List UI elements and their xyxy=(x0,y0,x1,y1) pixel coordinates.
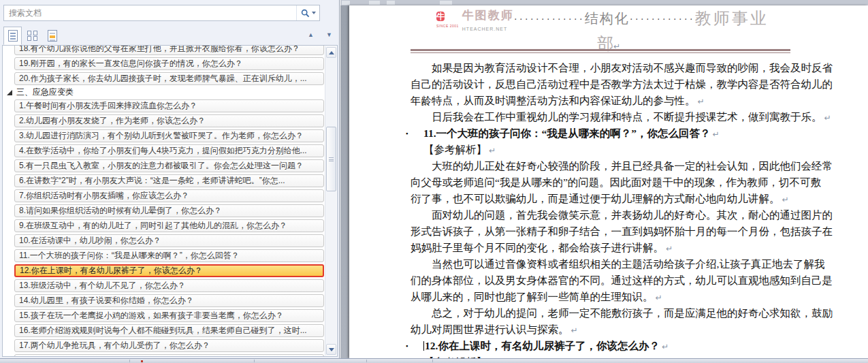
up-arrow-icon xyxy=(329,48,334,54)
nav-item[interactable]: 7.你组织活动时有小朋友插嘴，你应该怎么办？ xyxy=(14,189,324,202)
navigation-pane: 搜索文档 xyxy=(0,0,340,358)
search-input[interactable]: 搜索文档 xyxy=(3,5,320,21)
nav-item[interactable]: 9.在班级互动中，有的幼儿吐了，同时引起了其他幼儿的混乱，你怎么办？ xyxy=(14,219,324,232)
paragraph-mark: ↵ xyxy=(711,129,720,139)
document-text-line: 日后我会在工作中重视幼儿的学习规律和特点，不断提升授课艺术，做到寓教于乐。 ↵ xyxy=(411,109,834,125)
line-text: 形式告诉孩子，从第一张精子和卵子结合，一直到妈妈怀胎十月的每一个月份，包括孩子在 xyxy=(411,225,833,237)
brand-block: 牛图教师 HTEACHER.NET xyxy=(462,10,514,33)
scroll-up-button[interactable] xyxy=(326,47,336,58)
scroll-down-button[interactable] xyxy=(326,344,336,355)
nav-item[interactable]: 1.午餐时间有小朋友洗手回来摔跤流血你怎么办？ xyxy=(14,99,324,112)
nav-item[interactable]: 18.有个幼儿跟你说他的父母在家里打他，并且掀开衣服给你看，你该怎么办？ xyxy=(14,45,324,55)
paragraph-mark: ↵ xyxy=(780,195,789,204)
line-text: 总之，对于幼儿的提问，老师一定不能敷衍孩子，而是应满足他的好奇心求知欲，鼓励 xyxy=(432,307,833,319)
tab-browse-pages[interactable] xyxy=(23,27,42,45)
scroll-thumb[interactable] xyxy=(326,127,336,191)
header-title-center: 结构化 xyxy=(585,10,630,27)
nav-item[interactable]: 10.在活动课中，幼儿吵闹，你怎么办？ xyxy=(14,234,324,247)
line-text: 如果是因为教育活动设计不合理，小朋友对活动不感兴趣而导致的吵闹，我会及时反省 xyxy=(432,62,833,74)
document-body-text[interactable]: 如果是因为教育活动设计不合理，小朋友对活动不感兴趣而导致的吵闹，我会及时反省自己… xyxy=(411,60,834,358)
document-text-line: 形式告诉孩子，从第一张精子和卵子结合，一直到妈妈怀胎十月的每一个月份，包括孩子在 xyxy=(411,223,834,240)
document-text-line: 大班的幼儿正处在好奇心较强的阶段，并且已经具备一定的社会认知，因此他们会经常 xyxy=(411,158,834,174)
document-text-line: 衍了事，也不可以欺骗幼儿，而是通过便于幼儿理解的方式耐心地向幼儿讲解。 ↵ xyxy=(411,191,834,207)
next-heading-button[interactable]: ▼ xyxy=(326,31,332,38)
nav-heading-label: 三、应急应变类 xyxy=(16,87,74,97)
line-text: 们的身体部位，以及男女身体器官的不同。通过这样的方式，幼儿可以直观地感知到自己是 xyxy=(411,274,833,286)
list-bullet-icon: ▪ xyxy=(406,338,408,354)
status-separator xyxy=(432,360,433,362)
nav-item[interactable]: 2.幼儿园有小朋友发烧了，作为老师，你该怎么办？ xyxy=(14,114,324,127)
paragraph-mark: ↵ xyxy=(569,326,578,335)
document-page[interactable]: 牛 SINCE 2001 牛图教师 HTEACHER.NET ·········… xyxy=(349,5,868,358)
line-text: 向父母或老师追问“我是从哪来的”的问题。因此面对题干中的现象，作为教师，切不可敷 xyxy=(411,176,821,188)
nav-item[interactable]: 15.孩子在玩一个老鹰捉小鸡的游戏，如果有孩子非要当老鹰，你怎么办？ xyxy=(14,309,324,322)
nav-item[interactable]: 20.作为孩子家长，你去幼儿园接孩子时，发现老师脾气暴躁、正在训斥幼儿，... xyxy=(14,72,324,85)
status-separator xyxy=(129,360,130,362)
line-text: 日后我会在工作中重视幼儿的学习规律和特点，不断提升授课艺术，做到寓教于乐。 xyxy=(432,111,822,123)
nav-item[interactable]: 4.在数学活动中，你给了小朋友们每人4块巧克力，提问假如把巧克力分别给他... xyxy=(14,144,324,157)
status-bar xyxy=(0,358,868,363)
expanded-triangle-icon[interactable] xyxy=(7,90,12,95)
document-heading-line: ▪12.你在上课时，有名幼儿尿裤子了，你该怎么办？ ↵ xyxy=(411,338,834,354)
browse-results-icon xyxy=(48,30,57,42)
nav-item[interactable]: 13.班级活动中，有个幼儿不见了，你怎么办？ xyxy=(14,279,324,292)
nav-item[interactable]: 14.幼儿园里，有孩子说要和你结婚，你怎么办？ xyxy=(14,294,324,307)
line-text: 当然也可以通过音像资料或者组织相关的主题活动给孩子介绍,让孩子真正地去了解我 xyxy=(432,258,824,270)
nav-item[interactable]: 18.课堂上，你给幼儿布置了画画的作业，但是发现有的幼儿不画，并说对画画... xyxy=(14,354,324,357)
nav-outline-heading[interactable]: 三、应急应变类 xyxy=(7,87,324,97)
nav-scrollbar[interactable] xyxy=(325,46,336,356)
hteacher-logo: 牛 SINCE 2001 xyxy=(436,10,459,28)
line-text: 【参考解析】 xyxy=(423,144,487,155)
word-window: 搜索文档 xyxy=(0,0,868,363)
document-text-line: 当然也可以通过音像资料或者组织相关的主题活动给孩子介绍,让孩子真正地去了解我 xyxy=(411,256,834,272)
document-text-line: 从哪儿来的，同时也能了解到一些简单的生理知识。 ↵ xyxy=(411,289,834,305)
page-header: 牛 SINCE 2001 牛图教师 HTEACHER.NET ·········… xyxy=(436,10,769,33)
nav-item[interactable]: 17.两个幼儿争抢玩具，有个幼儿受伤了，你怎么办？ xyxy=(14,339,324,352)
paragraph-mark: ↵ xyxy=(660,342,669,351)
magnifier-icon[interactable] xyxy=(301,9,310,18)
nav-outline-items: 18.有个幼儿跟你说他的父母在家里打他，并且掀开衣服给你看，你该怎么办？19.刚… xyxy=(3,45,325,357)
caret-down-icon[interactable] xyxy=(312,12,316,14)
document-area: 牛 SINCE 2001 牛图教师 HTEACHER.NET ·········… xyxy=(340,0,868,358)
document-text-line: 如果是因为教育活动设计不合理，小朋友对活动不感兴趣而导致的吵闹，我会及时反省 xyxy=(411,60,834,76)
paragraph-mark: ↵ xyxy=(822,113,831,123)
nav-item[interactable]: 3.幼儿园进行消防演习，有个别幼儿听到火警被吓哭了。作为老师，你怎么办？ xyxy=(14,129,324,142)
document-text-line: 年龄特点，从而及时调整活动方法和内容保证幼儿的参与性。 ↵ xyxy=(411,93,834,109)
document-heading-line: ▪11.一个大班的孩子问你：“我是从哪来的啊？”，你怎么回答？ ↵ xyxy=(411,125,834,142)
logo-badge-icon: 牛 xyxy=(436,12,445,21)
list-bullet-icon: ▪ xyxy=(406,125,408,142)
search-controls[interactable] xyxy=(296,5,319,20)
browse-pages-icon xyxy=(27,30,37,42)
logo-since: SINCE 2001 xyxy=(436,24,459,28)
nav-item[interactable]: 11.一个大班的孩子问你：“我是从哪来的啊？”，你怎么回答？ xyxy=(14,249,324,262)
tab-browse-headings[interactable] xyxy=(3,27,22,45)
document-text-line: 幼儿对周围世界进行认识与探索。 ↵ xyxy=(411,321,834,338)
line-text: 从哪儿来的，同时也能了解到一些简单的生理知识。 xyxy=(411,291,654,302)
horizontal-ruler[interactable] xyxy=(340,0,868,5)
tab-browse-results[interactable] xyxy=(43,27,61,45)
document-text-line: 们的身体部位，以及男女身体器官的不同。通过这样的方式，幼儿可以直观地感知到自己是 xyxy=(411,272,834,289)
nav-item[interactable]: 5.有一只昆虫飞入教室，小朋友的注意力都被吸引了。你会怎么处理这一问题？ xyxy=(14,159,324,172)
line-text: 面对幼儿的问题，首先我会微笑示意，并表扬幼儿的好奇心。其次，耐心的通过图片的 xyxy=(432,209,833,221)
line-text: 年龄特点，从而及时调整活动方法和内容保证幼儿的参与性。 xyxy=(411,95,696,106)
line-text: 11.一个大班的孩子问你：“我是从哪来的啊？”，你怎么回答？ xyxy=(423,127,711,139)
line-text: 自己的活动设计，反思自己活动过程中是否教学方法太过于枯燥，教学内容是否符合幼儿的 xyxy=(411,78,833,90)
scroll-grip-icon xyxy=(329,157,334,161)
document-text-line: 总之，对于幼儿的提问，老师一定不能敷衍孩子，而是应满足他的好奇心求知欲，鼓励 xyxy=(411,305,834,321)
document-text-line: 向父母或老师追问“我是从哪来的”的问题。因此面对题干中的现象，作为教师，切不可敷 xyxy=(411,174,834,191)
nav-item[interactable]: 16.老师介绍游戏规则时说每个人都不能碰到玩具，结果老师自己碰到了，这时... xyxy=(14,324,324,337)
previous-heading-button[interactable]: ▲ xyxy=(308,31,314,38)
brand-name: 牛图教师 xyxy=(462,10,514,21)
nav-item[interactable]: 6.在讲数字“2”时，有小朋友大声说：“这是一条蛇，老师讲讲蛇吧。”你怎... xyxy=(14,174,324,187)
nav-item-selected[interactable]: 12.你在上课时，有名幼儿尿裤子了，你该怎么办？ xyxy=(14,264,324,277)
proofing-indicator xyxy=(141,360,143,362)
header-dots-right: ············ xyxy=(630,10,695,27)
nav-item[interactable]: 8.请问如果你组织活动的时候有幼儿晕倒了，你怎么办？ xyxy=(14,204,324,217)
document-text-line: 面对幼儿的问题，首先我会微笑示意，并表扬幼儿的好奇心。其次，耐心的通过图片的 xyxy=(411,207,834,223)
nav-item[interactable]: 19.刚开园，有的家长一直发信息问你孩子的情况，你怎么办？ xyxy=(14,57,324,70)
nav-outline-list: 18.有个幼儿跟你说他的父母在家里打他，并且掀开衣服给你看，你该怎么办？19.刚… xyxy=(2,45,338,357)
paragraph-mark: ↵ xyxy=(664,244,673,253)
line-text: 12.你在上课时，有名幼儿尿裤子了，你该怎么办？ xyxy=(425,340,660,351)
line-text: 幼儿对周围世界进行认识与探索。 xyxy=(411,323,569,335)
text-cursor xyxy=(423,341,424,351)
